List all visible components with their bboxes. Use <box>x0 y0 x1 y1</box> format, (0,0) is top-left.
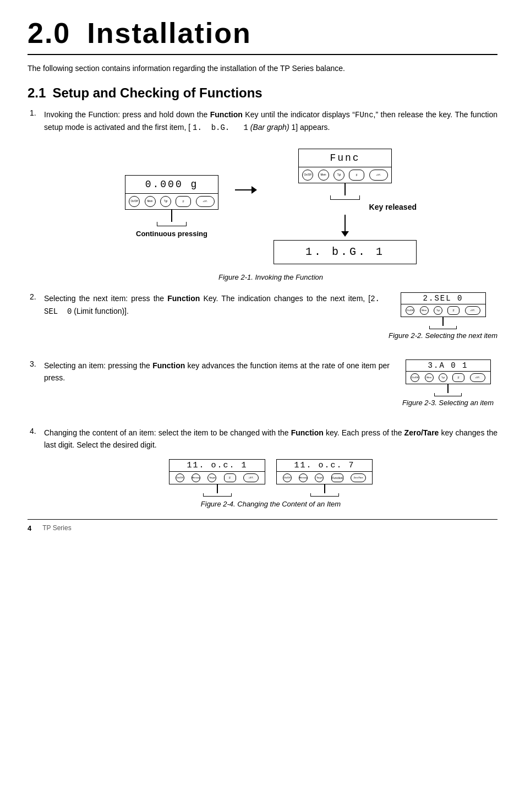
left-screen-display: 0.000 g <box>125 175 218 194</box>
item2-content: Selecting the next item: press the Funct… <box>44 292 497 348</box>
item2-mono: 2. SEL 0 <box>44 295 380 316</box>
item2-bold-function: Function <box>167 294 200 303</box>
list-item-3: Selecting an item: pressing the Function… <box>44 359 497 416</box>
intro-paragraph: The following section contains informati… <box>28 63 497 74</box>
item4-text: Changing the content of an item: select … <box>44 427 497 451</box>
item2-key-tgt[interactable]: Tgt <box>434 306 442 315</box>
item2-key-zt[interactable]: +0/T- <box>465 306 480 315</box>
item3-key-func[interactable]: F <box>452 373 464 382</box>
fig4-left-key-onoff[interactable]: On/Off <box>176 473 184 482</box>
page-title: 2.0 Installation <box>28 17 497 54</box>
left-balance-keys: On/Off Mem Tgt F +0/T- <box>125 194 218 210</box>
fig3-caption: Figure 2-3. Selecting an item <box>402 399 494 407</box>
item2-base <box>429 326 457 329</box>
fig4-right-base <box>310 493 339 497</box>
fig4-right-stem <box>324 484 325 493</box>
item2-key-func[interactable]: F <box>447 306 460 315</box>
fig4-right-key-mem[interactable]: Memory <box>299 473 308 482</box>
down-arrow-line-1 <box>344 215 346 231</box>
figure1-container: 0.000 g On/Off Mem Tgt F +0/T- Continuou… <box>44 143 497 270</box>
item1-code1: 1. b.G. 1 <box>193 123 248 132</box>
down-arrow-1 <box>341 215 349 237</box>
item1-text: Invoking the Function: press and hold do… <box>44 108 497 134</box>
item3-key-mem[interactable]: Mem <box>425 373 434 382</box>
item2-key-onoff[interactable]: On/Off <box>406 306 414 315</box>
right-key-target[interactable]: Tgt <box>333 170 344 181</box>
bottom-divider <box>28 519 497 520</box>
item3-base <box>434 393 462 396</box>
right-key-function[interactable]: F <box>349 170 364 181</box>
right-arrow-head <box>251 186 257 194</box>
item3-key-zt[interactable]: +0/T- <box>470 373 485 382</box>
left-balance-stem <box>171 210 172 222</box>
item3-side-keys: On/Off Mem Tgt F +0/T- <box>406 372 491 384</box>
left-key-memory[interactable]: Mem <box>145 196 156 207</box>
fig4-left-key-zt[interactable]: +0/T- <box>243 473 259 482</box>
left-balance-unit: 0.000 g On/Off Mem Tgt F +0/T- Continuou… <box>125 175 218 238</box>
left-key-onoff[interactable]: On/Off <box>129 196 140 207</box>
fig4-right-key-tgt[interactable]: Target <box>315 473 324 482</box>
instructions-list: Invoking the Function: press and hold do… <box>28 108 497 508</box>
item2-key-mem[interactable]: Mem <box>420 306 429 315</box>
fig1-caption: Figure 2-1. Invoking the Function <box>44 273 497 281</box>
right-arrow-line <box>235 189 251 190</box>
section-number: 2.0 <box>28 17 70 50</box>
fig4-right-key-zt[interactable]: Zero/Tare <box>351 473 366 482</box>
key-released-label: Key released <box>274 203 417 211</box>
item3-bold-function: Function <box>152 361 185 370</box>
section-title: Installation <box>87 17 251 50</box>
item3-text: Selecting an item: pressing the Function… <box>44 359 390 384</box>
item3-figure: 3.A 0 1 On/Off Mem Tgt F +0/T- Figure 2-… <box>398 359 497 416</box>
right-key-onoff[interactable]: On/Off <box>302 170 313 181</box>
item3-stem <box>447 384 449 393</box>
item4-bold-zerotare: Zero/Tare <box>404 428 439 437</box>
right-screen-display: Func <box>298 149 392 167</box>
right-stem <box>344 183 346 195</box>
fig4-right-key-func[interactable]: Function <box>331 473 343 482</box>
right-key-memory[interactable]: Mem <box>318 170 329 181</box>
footer: 4 TP Series <box>28 524 497 532</box>
left-key-zerotare[interactable]: +0/T- <box>196 196 215 207</box>
footer-series: TP Series <box>42 524 71 532</box>
fig4-left-screen: 11. o.c. 1 <box>169 459 265 472</box>
right-section: Func On/Off Mem Tgt F +0/T- Key released <box>274 149 417 264</box>
fig4-left-key-tgt[interactable]: Target <box>207 473 216 482</box>
footer-page-num: 4 <box>28 524 31 532</box>
fig4-left: 11. o.c. 1 On/Off Memory Target F +0/T- <box>169 459 265 497</box>
fig4-left-key-mem[interactable]: Memory <box>192 473 200 482</box>
right-key-zerotare[interactable]: +0/T- <box>369 170 388 181</box>
fig4-right-key-onoff[interactable]: On/Off <box>283 473 292 482</box>
left-balance-base <box>157 222 187 226</box>
list-item-4: Changing the content of an item: select … <box>44 427 497 508</box>
item2-figure: 2.SEL 0 On/Off Mem Tgt F +0/T- Figure 2-… <box>389 292 497 348</box>
item4-bold-function: Function <box>291 428 324 437</box>
right-base <box>330 195 360 200</box>
left-key-function[interactable]: F <box>176 196 191 207</box>
right-arrow <box>235 186 257 194</box>
left-key-target[interactable]: Tgt <box>160 196 171 207</box>
fig4-left-keys: On/Off Memory Target F +0/T- <box>169 472 265 484</box>
fig4-right-keys: On/Off Memory Target Function Zero/Tare <box>276 472 373 484</box>
item2-stem <box>442 317 444 326</box>
list-item-1: Invoking the Function: press and hold do… <box>44 108 497 281</box>
list-item-2: Selecting the next item: press the Funct… <box>44 292 497 348</box>
item3-key-tgt[interactable]: Tgt <box>439 373 447 382</box>
item1-func-display: FUnc <box>355 111 374 119</box>
bgraph-box: 1. b.G. 1 <box>274 240 417 264</box>
subsection-number: 2.1 <box>28 85 46 101</box>
item2-text: Selecting the next item: press the Funct… <box>44 292 380 318</box>
item3-side-screen: 3.A 0 1 <box>406 359 491 372</box>
fig4-left-base <box>203 493 232 497</box>
item2-side-screen: 2.SEL 0 <box>401 292 486 304</box>
subsection-header: 2.1 Setup and Checking of Functions <box>28 85 497 101</box>
fig4-right-screen: 11. o.c. 7 <box>276 459 373 472</box>
fig4-left-key-func[interactable]: F <box>224 473 236 482</box>
item3-key-onoff[interactable]: On/Off <box>411 373 419 382</box>
fig2-caption: Figure 2-2. Selecting the next item <box>389 331 497 340</box>
subsection-title: Setup and Checking of Functions <box>52 85 262 101</box>
left-balance-device: 0.000 g On/Off Mem Tgt F +0/T- <box>125 175 218 210</box>
right-balance-keys: On/Off Mem Tgt F +0/T- <box>298 167 392 183</box>
item2-side-keys: On/Off Mem Tgt F +0/T- <box>401 304 486 317</box>
fig4-right: 11. o.c. 7 On/Off Memory Target Function… <box>276 459 373 497</box>
down-arrow-head-1 <box>341 231 349 237</box>
